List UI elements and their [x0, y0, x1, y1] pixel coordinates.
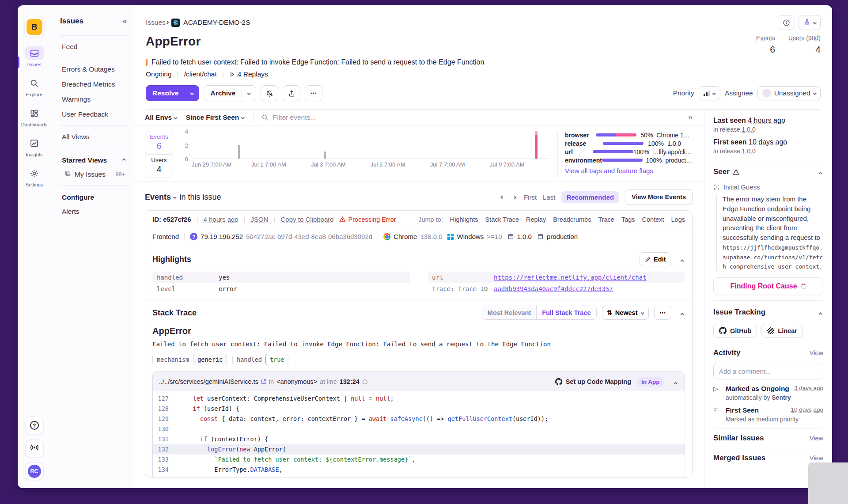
event-search[interactable] [253, 112, 679, 123]
release-tag[interactable]: 1.0.0 [507, 233, 532, 240]
processing-error-badge[interactable]: Processing Error [339, 216, 396, 223]
subnav-item-my-issues[interactable]: My Issues 99+ [60, 167, 127, 182]
help-button[interactable]: ? [25, 417, 44, 434]
archive-dropdown-button[interactable] [242, 85, 256, 101]
view-more-events-button[interactable]: View More Events [625, 189, 693, 205]
finding-root-cause-button[interactable]: Finding Root Cause [713, 277, 823, 295]
tag-summary-row[interactable]: url 100%…lify.app/client/chat [565, 148, 693, 156]
recommended-toggle[interactable]: Recommended [561, 191, 619, 203]
collapse-sidebar-icon[interactable]: « [123, 17, 127, 25]
last-event-link[interactable]: Last [543, 193, 555, 201]
edit-highlights-button[interactable]: Edit [640, 252, 671, 266]
release-link[interactable]: 1.0.0 [742, 126, 756, 133]
github-link-button[interactable]: GitHub [713, 324, 757, 337]
tag-summary-row[interactable]: release 100%1.0.0 [565, 139, 693, 148]
date-range-filter[interactable]: Since First Seen [186, 114, 244, 121]
next-event-button[interactable] [511, 192, 518, 203]
previous-event-button[interactable] [500, 192, 506, 203]
users-toggle-card[interactable]: Users 4 [145, 154, 173, 178]
code-line[interactable]: 127 let userContext: ComprehensiveUserCo… [153, 394, 685, 404]
users-stat-label[interactable]: Users (90d) [788, 34, 821, 42]
jump-link-stack-trace[interactable]: Stack Trace [485, 216, 519, 223]
subnav-item-errors-outages[interactable]: Errors & Outages [60, 62, 127, 77]
full-stack-trace-option[interactable]: Full Stack Trace [536, 306, 596, 319]
rail-item-settings[interactable]: Settings [25, 166, 44, 187]
resolve-dropdown-button[interactable] [185, 85, 199, 101]
rail-item-explore[interactable]: Explore [25, 76, 44, 97]
event-age[interactable]: 4 hours ago [203, 216, 238, 223]
os-tag[interactable]: Windows>=10 [447, 233, 502, 240]
copy-to-clipboard-link[interactable]: Copy to Clipboard [281, 216, 334, 223]
rail-item-issues[interactable]: Issues [25, 46, 44, 67]
more-actions-button[interactable]: ⋯ [305, 85, 322, 101]
first-seen-value[interactable]: 10 days ago [749, 138, 787, 146]
code-line[interactable]: 131 if (contextError) { [153, 434, 685, 444]
event-search-input[interactable] [273, 114, 679, 121]
setup-code-mapping-button[interactable]: Set up Code Mapping [555, 378, 631, 385]
tag-summary-row[interactable]: environment 100%production [565, 156, 693, 164]
subnav-item-breached-metrics[interactable]: Breached Metrics [60, 77, 127, 92]
breadcrumb-project[interactable]: ACADEMY-DEMO-2S [183, 19, 250, 27]
activity-view-link[interactable]: View [810, 349, 823, 356]
share-button[interactable] [283, 85, 300, 101]
assignee-select[interactable]: Unassigned [757, 86, 821, 100]
activity-time[interactable]: 3 days ago [794, 385, 823, 393]
code-line[interactable]: 133 `Failed to fetch user context: ${con… [153, 455, 685, 465]
collapse-stack-icon[interactable] [677, 307, 685, 318]
comment-input[interactable] [713, 363, 823, 379]
linear-link-button[interactable]: Linear [761, 324, 803, 337]
similar-issues-view-link[interactable]: View [810, 435, 823, 442]
json-link[interactable]: JSON [251, 216, 269, 223]
external-link-icon[interactable] [261, 379, 266, 384]
event-frequency-chart[interactable]: 4 2 0 Jun 29 7:00 AM Jul 1 7:00 AM Jul 3… [174, 131, 557, 178]
events-toggle-card[interactable]: Events 6 [145, 131, 173, 155]
subnav-item-feed[interactable]: Feed [60, 39, 127, 54]
resolve-button[interactable]: Resolve [146, 85, 185, 101]
stack-more-options-button[interactable]: ⋯ [654, 306, 671, 320]
user-menu-button[interactable]: RC [25, 462, 44, 480]
collapse-highlights-icon[interactable] [677, 254, 685, 265]
browser-tag[interactable]: Chrome138.0.0 [383, 233, 442, 240]
release-link[interactable]: 1.0.0 [742, 148, 756, 155]
jump-link-logs[interactable]: Logs [671, 216, 685, 223]
archive-button[interactable]: Archive [204, 85, 242, 101]
url-link[interactable]: https://reflectme.netlify.app/client/cha… [494, 274, 647, 281]
mute-button[interactable] [261, 85, 278, 101]
code-line[interactable]: 128 if (userId) { [153, 404, 685, 414]
issue-info-button[interactable] [778, 15, 795, 30]
jump-link-highlights[interactable]: Highlights [450, 216, 478, 223]
subnav-item-all-views[interactable]: All Views [60, 129, 127, 144]
replay-preview-placeholder[interactable] [808, 462, 848, 504]
collapse-frame-icon[interactable] [670, 376, 679, 387]
mechanism-pill[interactable]: mechanismgeneric [152, 354, 227, 365]
stack-frame-header[interactable]: ../../src/services/geminiAIService.ts in… [153, 372, 685, 391]
collapse-seer-icon[interactable] [815, 166, 824, 178]
trace-id-link[interactable]: aad8b93943da40ac9f4ddcc227de3357 [494, 285, 613, 292]
handled-pill[interactable]: handledtrue [232, 354, 288, 365]
subnav-item-warnings[interactable]: Warnings [60, 92, 127, 107]
subnav-item-user-feedback[interactable]: User Feedback [60, 107, 127, 122]
jump-link-tags[interactable]: Tags [621, 216, 635, 223]
info-icon[interactable] [362, 379, 368, 385]
code-line[interactable]: 135 ErrorSeverity.MEDIUM, // Reduced sev… [153, 475, 685, 477]
events-stat-label[interactable]: Events [756, 34, 775, 42]
org-logo[interactable]: B [24, 17, 45, 37]
rail-item-dashboards[interactable]: Dashboards [21, 106, 47, 127]
code-line[interactable]: 130 [153, 424, 685, 434]
merged-issues-view-link[interactable]: View [810, 455, 823, 462]
subnav-item-alerts[interactable]: Alerts [60, 204, 127, 219]
code-line[interactable]: 129 const { data: context, error: contex… [153, 414, 685, 424]
activity-time[interactable]: 10 days ago [791, 406, 823, 414]
chevron-up-icon[interactable] [122, 159, 125, 162]
sort-order-button[interactable]: ⇅ Newest [602, 306, 649, 320]
environment-value-tag[interactable]: production [537, 233, 578, 240]
whats-new-button[interactable] [25, 440, 44, 457]
tag-summary-row[interactable]: browser 50%Chrome 138.0.0 [565, 131, 693, 139]
replays-link[interactable]: 4 Replays [229, 70, 268, 78]
environment-filter[interactable]: All Envs [145, 114, 177, 121]
expand-sidebar-icon[interactable]: » [688, 113, 693, 122]
jump-link-replay[interactable]: Replay [526, 216, 546, 223]
jump-link-trace[interactable]: Trace [598, 216, 614, 223]
breadcrumb-issues[interactable]: Issues [146, 19, 166, 27]
last-seen-value[interactable]: 4 hours ago [748, 117, 785, 124]
